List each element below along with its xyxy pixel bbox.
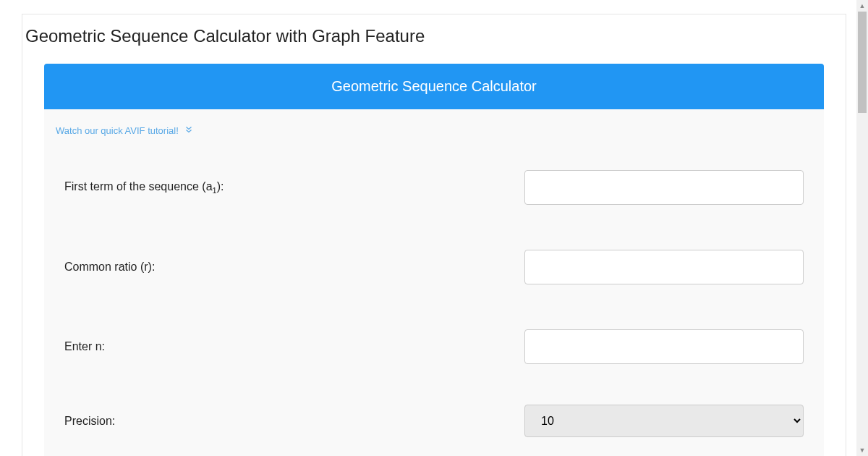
scroll-down-icon[interactable]: ▼ <box>856 444 868 456</box>
page-container: Geometric Sequence Calculator with Graph… <box>22 14 846 456</box>
common-ratio-input[interactable] <box>524 250 804 284</box>
label-first-term: First term of the sequence (a1): <box>64 180 524 195</box>
first-term-input[interactable] <box>524 170 804 205</box>
label-precision: Precision: <box>64 415 524 428</box>
scroll-up-icon[interactable]: ▲ <box>856 0 868 12</box>
row-first-term: First term of the sequence (a1): <box>64 148 804 227</box>
label-common-ratio: Common ratio (r): <box>64 261 524 274</box>
chevron-double-down-icon <box>184 125 193 136</box>
form-body: First term of the sequence (a1): Common … <box>44 144 824 456</box>
precision-select[interactable]: 10 <box>524 405 804 437</box>
card-header: Geometric Sequence Calculator <box>44 64 824 109</box>
label-enter-n: Enter n: <box>64 340 524 353</box>
calculator-card: Geometric Sequence Calculator Watch our … <box>44 64 824 456</box>
scrollbar[interactable]: ▲ ▼ <box>856 0 868 456</box>
row-enter-n: Enter n: <box>64 307 804 387</box>
tutorial-text: Watch our quick AVIF tutorial! <box>56 125 179 136</box>
tutorial-row: Watch our quick AVIF tutorial! <box>44 109 824 144</box>
tutorial-link[interactable]: Watch our quick AVIF tutorial! <box>56 125 193 136</box>
row-precision: Precision: 10 <box>64 387 804 455</box>
label-first-term-suffix: ): <box>217 180 224 193</box>
label-first-term-prefix: First term of the sequence (a <box>64 180 213 193</box>
page-title: Geometric Sequence Calculator with Graph… <box>22 14 846 64</box>
enter-n-input[interactable] <box>524 329 804 364</box>
row-common-ratio: Common ratio (r): <box>64 227 804 307</box>
scroll-thumb[interactable] <box>858 12 867 113</box>
